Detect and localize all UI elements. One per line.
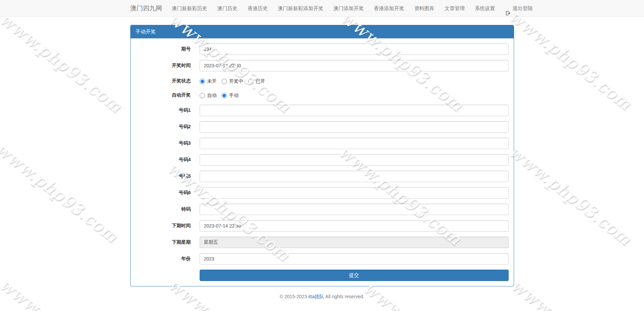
number6-label: 号码6: [136, 187, 200, 199]
auto-draw-option-auto-label: 自动: [207, 93, 217, 99]
number3-input[interactable]: [200, 138, 509, 149]
draw-status-option-notopen[interactable]: 未开: [200, 78, 217, 84]
nav-item-macau-new-add-draw[interactable]: 澳门新新彩添加开奖: [273, 0, 329, 17]
year-input[interactable]: [200, 253, 509, 265]
nav-item-macau-history[interactable]: 澳门历史: [212, 0, 243, 17]
number3-label: 号码3: [136, 138, 200, 149]
next-weekday-input: [200, 237, 509, 248]
nav-item-hk-history[interactable]: 香港历史: [243, 0, 273, 17]
issue-label: 期号: [136, 43, 200, 55]
nav-item-macau-new-history[interactable]: 澳门新新彩历史: [167, 0, 212, 17]
form-row-number-6: 号码6: [136, 187, 509, 199]
footer-team-link[interactable]: itta团队: [308, 294, 324, 299]
number4-input[interactable]: [200, 154, 509, 166]
auto-draw-option-auto[interactable]: 自动: [200, 93, 217, 99]
manual-draw-panel: 手动开奖 期号 开奖时间 开奖状态: [130, 25, 514, 286]
panel-title: 手动开奖: [131, 25, 514, 38]
auto-draw-option-manual[interactable]: 手动: [222, 93, 239, 99]
footer: © 2015-2023 itta团队 All rights reserved.: [0, 294, 644, 300]
navbar: 澳门四九网 澳门新新彩历史 澳门历史 香港历史 澳门新新彩添加开奖 澳门添加开奖…: [0, 0, 644, 17]
auto-draw-option-manual-label: 手动: [229, 93, 239, 99]
panel-body: 期号 开奖时间 开奖状态 未开: [131, 38, 514, 286]
year-label: 年份: [136, 253, 200, 265]
sign-out-icon: [505, 6, 511, 11]
number5-input[interactable]: [200, 171, 509, 182]
number2-input[interactable]: [200, 121, 509, 133]
brand-link[interactable]: 澳门四九网: [130, 0, 167, 17]
main-container: 手动开奖 期号 开奖时间 开奖状态: [125, 25, 519, 286]
form-row-number-5: 号码5: [136, 171, 509, 182]
form-row-draw-status: 开奖状态 未开 开奖中 已开: [136, 76, 509, 86]
form-row-year: 年份: [136, 253, 509, 265]
form-row-auto-draw: 自动开奖 自动 手动: [136, 91, 509, 100]
auto-draw-radio-auto[interactable]: [200, 93, 205, 98]
watermark-text: www.php93.com: [0, 9, 126, 116]
next-time-input[interactable]: [200, 220, 509, 232]
navbar-container: 澳门四九网 澳门新新彩历史 澳门历史 香港历史 澳门新新彩添加开奖 澳门添加开奖…: [125, 0, 519, 17]
watermark-text: www.php93.com: [505, 141, 636, 249]
logout-label: 退出登陆: [513, 0, 533, 17]
form-row-number-3: 号码3: [136, 138, 509, 149]
draw-status-option-drawing-label: 开奖中: [229, 78, 243, 84]
form-row-next-weekday: 下期星期: [136, 237, 509, 248]
copyright-prefix: © 2015-2023: [280, 294, 307, 299]
nav-item-settings[interactable]: 系统设置: [470, 0, 500, 17]
special-label: 特码: [136, 204, 200, 215]
logout-link[interactable]: 退出登陆: [500, 0, 538, 17]
form-row-submit: 提交: [136, 270, 509, 281]
draw-status-option-notopen-label: 未开: [207, 78, 217, 84]
draw-status-option-drawing[interactable]: 开奖中: [222, 78, 243, 84]
draw-time-input[interactable]: [200, 60, 509, 71]
special-input[interactable]: [200, 204, 509, 215]
auto-draw-radio-manual[interactable]: [222, 93, 227, 98]
draw-status-label: 开奖状态: [136, 76, 200, 86]
form-row-issue: 期号: [136, 43, 509, 55]
watermark-text: www.php93.com: [505, 6, 636, 114]
number1-input[interactable]: [200, 105, 509, 116]
nav-item-gallery[interactable]: 资料图库: [409, 0, 440, 17]
nav-item-articles[interactable]: 文章管理: [440, 0, 470, 17]
issue-input[interactable]: [200, 43, 509, 55]
draw-time-label: 开奖时间: [136, 60, 200, 71]
number2-label: 号码2: [136, 121, 200, 133]
form-row-draw-time: 开奖时间: [136, 60, 509, 71]
form-row-number-2: 号码2: [136, 121, 509, 133]
next-weekday-label: 下期星期: [136, 237, 200, 248]
nav-item-hk-add-draw[interactable]: 香港添加开奖: [369, 0, 409, 17]
form-row-number-1: 号码1: [136, 105, 509, 116]
draw-status-radio-notopen[interactable]: [200, 79, 205, 84]
number5-label: 号码5: [136, 171, 200, 182]
copyright-suffix: All rights reserved.: [325, 294, 364, 299]
draw-status-option-opened-label: 已开: [256, 78, 265, 84]
draw-status-radio-opened[interactable]: [248, 79, 253, 84]
watermark-text: www.php93.com: [507, 275, 638, 311]
nav-item-macau-add-draw[interactable]: 澳门添加开奖: [329, 0, 369, 17]
number1-label: 号码1: [136, 105, 200, 116]
number6-input[interactable]: [200, 187, 509, 199]
form-row-special: 特码: [136, 204, 509, 215]
form-row-next-time: 下期时间: [136, 220, 509, 232]
draw-status-radio-drawing[interactable]: [222, 79, 227, 84]
auto-draw-label: 自动开奖: [136, 91, 200, 100]
draw-status-option-opened[interactable]: 已开: [248, 78, 265, 84]
submit-button[interactable]: 提交: [200, 270, 509, 281]
form-row-number-4: 号码4: [136, 154, 509, 166]
next-time-label: 下期时间: [136, 220, 200, 232]
watermark-text: www.php93.com: [0, 274, 126, 311]
watermark-text: www.php93.com: [0, 139, 122, 246]
number4-label: 号码4: [136, 154, 200, 166]
manual-draw-form: 期号 开奖时间 开奖状态 未开: [136, 43, 509, 281]
